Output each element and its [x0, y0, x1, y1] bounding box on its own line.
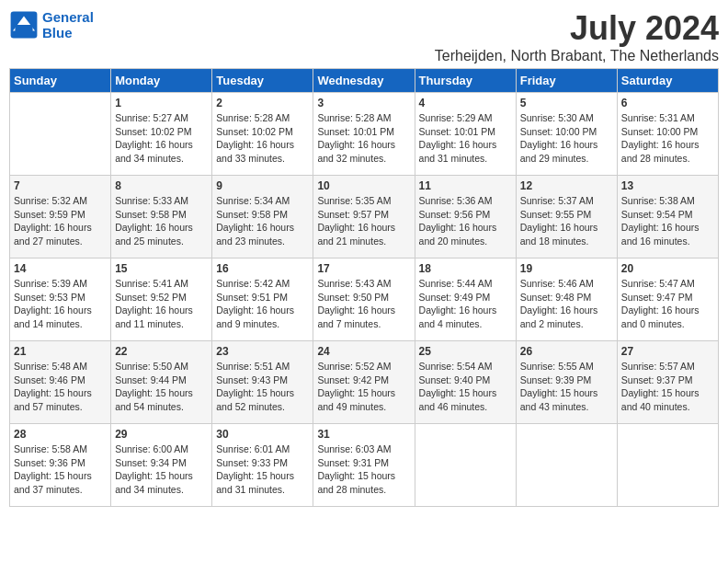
- day-number: 27: [621, 345, 714, 358]
- weekday-header-friday: Friday: [516, 69, 617, 93]
- cell-content: Sunrise: 5:55 AM Sunset: 9:39 PM Dayligh…: [520, 360, 613, 414]
- calendar-cell: 13Sunrise: 5:38 AM Sunset: 9:54 PM Dayli…: [617, 176, 718, 259]
- cell-content: Sunrise: 5:48 AM Sunset: 9:46 PM Dayligh…: [14, 360, 107, 414]
- page-header: General Blue July 2024 Terheijden, North…: [9, 9, 719, 64]
- calendar-cell: 6Sunrise: 5:31 AM Sunset: 10:00 PM Dayli…: [617, 93, 718, 176]
- weekday-header-thursday: Thursday: [415, 69, 516, 93]
- cell-content: Sunrise: 5:35 AM Sunset: 9:57 PM Dayligh…: [317, 194, 410, 248]
- calendar-cell: 14Sunrise: 5:39 AM Sunset: 9:53 PM Dayli…: [10, 259, 111, 341]
- calendar-cell: 12Sunrise: 5:37 AM Sunset: 9:55 PM Dayli…: [516, 176, 617, 259]
- calendar-cell: 18Sunrise: 5:44 AM Sunset: 9:49 PM Dayli…: [415, 259, 516, 341]
- day-number: 26: [520, 345, 613, 358]
- day-number: 15: [115, 262, 208, 275]
- cell-content: Sunrise: 5:31 AM Sunset: 10:00 PM Daylig…: [621, 111, 714, 166]
- calendar-cell: 25Sunrise: 5:54 AM Sunset: 9:40 PM Dayli…: [415, 341, 516, 424]
- svg-rect-2: [15, 25, 32, 32]
- calendar-cell: 9Sunrise: 5:34 AM Sunset: 9:58 PM Daylig…: [212, 176, 313, 259]
- calendar-cell: 17Sunrise: 5:43 AM Sunset: 9:50 PM Dayli…: [313, 259, 415, 341]
- calendar-header-row: SundayMondayTuesdayWednesdayThursdayFrid…: [10, 69, 719, 93]
- day-number: 9: [216, 179, 309, 192]
- logo-text: General Blue: [42, 9, 94, 40]
- day-number: 8: [115, 179, 208, 192]
- calendar-cell: 23Sunrise: 5:51 AM Sunset: 9:43 PM Dayli…: [212, 341, 313, 424]
- calendar-cell: 20Sunrise: 5:47 AM Sunset: 9:47 PM Dayli…: [617, 259, 718, 341]
- calendar-cell: 5Sunrise: 5:30 AM Sunset: 10:00 PM Dayli…: [516, 93, 617, 176]
- calendar-cell: 16Sunrise: 5:42 AM Sunset: 9:51 PM Dayli…: [212, 259, 313, 341]
- cell-content: Sunrise: 5:41 AM Sunset: 9:52 PM Dayligh…: [115, 277, 208, 331]
- weekday-header-saturday: Saturday: [617, 69, 718, 93]
- calendar-cell: 30Sunrise: 6:01 AM Sunset: 9:33 PM Dayli…: [212, 424, 313, 507]
- calendar-cell: 3Sunrise: 5:28 AM Sunset: 10:01 PM Dayli…: [313, 93, 415, 176]
- calendar-week-row: 1Sunrise: 5:27 AM Sunset: 10:02 PM Dayli…: [10, 93, 719, 176]
- location-title: Terheijden, North Brabant, The Netherlan…: [435, 48, 719, 64]
- day-number: 4: [419, 97, 512, 109]
- cell-content: Sunrise: 5:51 AM Sunset: 9:43 PM Dayligh…: [216, 360, 309, 414]
- day-number: 17: [317, 262, 410, 275]
- cell-content: Sunrise: 5:47 AM Sunset: 9:47 PM Dayligh…: [621, 277, 714, 331]
- cell-content: Sunrise: 5:33 AM Sunset: 9:58 PM Dayligh…: [115, 194, 208, 248]
- day-number: 24: [317, 345, 410, 358]
- cell-content: Sunrise: 6:00 AM Sunset: 9:34 PM Dayligh…: [115, 442, 208, 497]
- cell-content: Sunrise: 5:36 AM Sunset: 9:56 PM Dayligh…: [419, 194, 512, 248]
- day-number: 10: [317, 179, 410, 192]
- calendar-cell: 1Sunrise: 5:27 AM Sunset: 10:02 PM Dayli…: [111, 93, 212, 176]
- calendar-cell: [10, 93, 111, 176]
- calendar-cell: [516, 424, 617, 507]
- cell-content: Sunrise: 5:37 AM Sunset: 9:55 PM Dayligh…: [520, 194, 613, 248]
- calendar-cell: 22Sunrise: 5:50 AM Sunset: 9:44 PM Dayli…: [111, 341, 212, 424]
- cell-content: Sunrise: 5:52 AM Sunset: 9:42 PM Dayligh…: [317, 360, 410, 414]
- day-number: 16: [216, 262, 309, 275]
- cell-content: Sunrise: 5:28 AM Sunset: 10:02 PM Daylig…: [216, 111, 309, 166]
- calendar-cell: 15Sunrise: 5:41 AM Sunset: 9:52 PM Dayli…: [111, 259, 212, 341]
- calendar-cell: 8Sunrise: 5:33 AM Sunset: 9:58 PM Daylig…: [111, 176, 212, 259]
- cell-content: Sunrise: 6:03 AM Sunset: 9:31 PM Dayligh…: [317, 442, 410, 497]
- day-number: 11: [419, 179, 512, 192]
- title-section: July 2024 Terheijden, North Brabant, The…: [435, 9, 719, 64]
- day-number: 7: [14, 179, 107, 192]
- day-number: 12: [520, 179, 613, 192]
- cell-content: Sunrise: 5:38 AM Sunset: 9:54 PM Dayligh…: [621, 194, 714, 248]
- calendar-cell: 24Sunrise: 5:52 AM Sunset: 9:42 PM Dayli…: [313, 341, 415, 424]
- calendar-cell: 21Sunrise: 5:48 AM Sunset: 9:46 PM Dayli…: [10, 341, 111, 424]
- day-number: 20: [621, 262, 714, 275]
- cell-content: Sunrise: 5:43 AM Sunset: 9:50 PM Dayligh…: [317, 277, 410, 331]
- day-number: 14: [14, 262, 107, 275]
- calendar-cell: 11Sunrise: 5:36 AM Sunset: 9:56 PM Dayli…: [415, 176, 516, 259]
- weekday-header-tuesday: Tuesday: [212, 69, 313, 93]
- calendar-cell: 10Sunrise: 5:35 AM Sunset: 9:57 PM Dayli…: [313, 176, 415, 259]
- calendar-week-row: 14Sunrise: 5:39 AM Sunset: 9:53 PM Dayli…: [10, 259, 719, 341]
- weekday-header-monday: Monday: [111, 69, 212, 93]
- cell-content: Sunrise: 5:57 AM Sunset: 9:37 PM Dayligh…: [621, 360, 714, 414]
- cell-content: Sunrise: 5:44 AM Sunset: 9:49 PM Dayligh…: [419, 277, 512, 331]
- cell-content: Sunrise: 5:34 AM Sunset: 9:58 PM Dayligh…: [216, 194, 309, 248]
- logo: General Blue: [9, 9, 94, 40]
- calendar-cell: 7Sunrise: 5:32 AM Sunset: 9:59 PM Daylig…: [10, 176, 111, 259]
- day-number: 19: [520, 262, 613, 275]
- calendar-cell: [617, 424, 718, 507]
- day-number: 29: [115, 428, 208, 441]
- calendar-table: SundayMondayTuesdayWednesdayThursdayFrid…: [9, 68, 719, 507]
- day-number: 6: [621, 97, 714, 109]
- day-number: 1: [115, 97, 208, 109]
- calendar-cell: 31Sunrise: 6:03 AM Sunset: 9:31 PM Dayli…: [313, 424, 415, 507]
- cell-content: Sunrise: 5:46 AM Sunset: 9:48 PM Dayligh…: [520, 277, 613, 331]
- cell-content: Sunrise: 5:39 AM Sunset: 9:53 PM Dayligh…: [14, 277, 107, 331]
- cell-content: Sunrise: 6:01 AM Sunset: 9:33 PM Dayligh…: [216, 442, 309, 497]
- calendar-cell: 4Sunrise: 5:29 AM Sunset: 10:01 PM Dayli…: [415, 93, 516, 176]
- cell-content: Sunrise: 5:29 AM Sunset: 10:01 PM Daylig…: [419, 111, 512, 166]
- day-number: 25: [419, 345, 512, 358]
- day-number: 13: [621, 179, 714, 192]
- cell-content: Sunrise: 5:27 AM Sunset: 10:02 PM Daylig…: [115, 111, 208, 166]
- calendar-cell: 29Sunrise: 6:00 AM Sunset: 9:34 PM Dayli…: [111, 424, 212, 507]
- cell-content: Sunrise: 5:30 AM Sunset: 10:00 PM Daylig…: [520, 111, 613, 166]
- day-number: 2: [216, 97, 309, 109]
- day-number: 31: [317, 428, 410, 441]
- day-number: 21: [14, 345, 107, 358]
- cell-content: Sunrise: 5:28 AM Sunset: 10:01 PM Daylig…: [317, 111, 410, 166]
- weekday-header-wednesday: Wednesday: [313, 69, 415, 93]
- calendar-cell: 2Sunrise: 5:28 AM Sunset: 10:02 PM Dayli…: [212, 93, 313, 176]
- day-number: 30: [216, 428, 309, 441]
- calendar-week-row: 28Sunrise: 5:58 AM Sunset: 9:36 PM Dayli…: [10, 424, 719, 507]
- day-number: 28: [14, 428, 107, 441]
- weekday-header-sunday: Sunday: [10, 69, 111, 93]
